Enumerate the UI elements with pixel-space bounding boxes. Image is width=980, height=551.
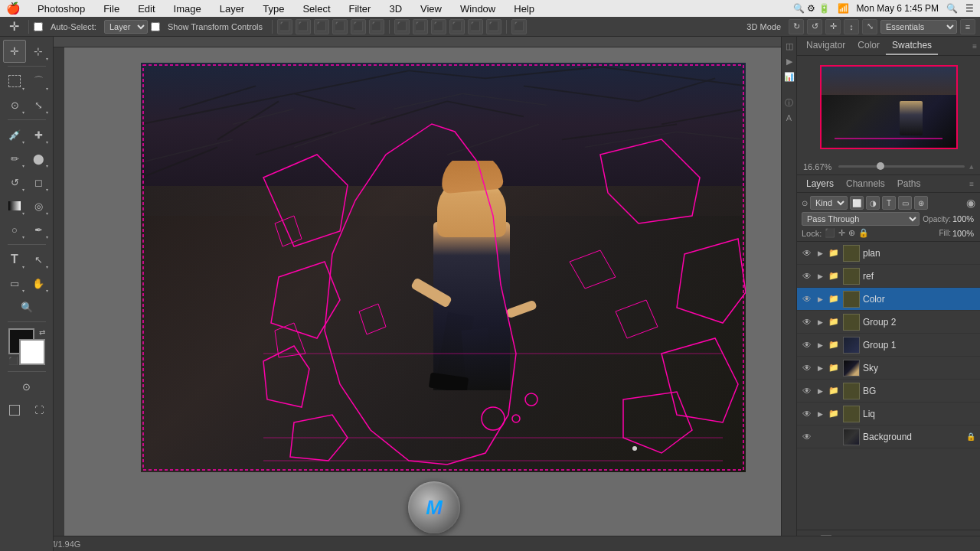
lock-artboard[interactable]: ⊕ xyxy=(848,228,855,238)
switch-colors-icon[interactable]: ⇄ xyxy=(39,328,45,337)
zoom-thumb[interactable] xyxy=(877,162,884,170)
tab-layers[interactable]: Layers xyxy=(800,175,840,192)
filter-pixel-icon[interactable]: ⬜ xyxy=(850,196,864,210)
strip-navigator-icon[interactable]: ◫ xyxy=(783,40,795,52)
3d-rotate[interactable]: ↻ xyxy=(789,19,804,34)
path-select-tool[interactable]: ↖ ▾ xyxy=(27,248,50,271)
layer-vis-plan[interactable]: 👁 xyxy=(802,248,812,259)
align-left[interactable]: ⬛ xyxy=(277,19,292,34)
layer-vis-bg[interactable]: 👁 xyxy=(802,386,812,396)
quick-select-tool[interactable]: ⊙ ▾ xyxy=(3,93,26,116)
layer-expand-group1[interactable]: ▶ xyxy=(815,341,825,350)
3d-pan[interactable]: ✛ xyxy=(825,19,841,34)
lasso-tool[interactable]: ⌒ ▾ xyxy=(27,70,50,93)
distribute-1[interactable]: ⬛ xyxy=(394,19,410,34)
screen-mode-full[interactable]: ⛶ xyxy=(28,399,51,422)
dodge-tool[interactable]: ○ ▾ xyxy=(3,218,26,241)
3d-roll[interactable]: ↺ xyxy=(807,19,822,34)
menu-3d[interactable]: 3D xyxy=(384,3,407,15)
blend-mode-select[interactable]: Pass Through Normal Multiply Screen xyxy=(802,212,920,226)
workspace-select[interactable]: Essentials xyxy=(880,20,957,34)
layer-liq[interactable]: 👁 ▶ 📁 Liq xyxy=(797,403,980,425)
layer-background[interactable]: 👁 ▶ Background 🔒 xyxy=(797,425,980,448)
layer-expand-sky[interactable]: ▶ xyxy=(815,364,825,373)
tab-navigator[interactable]: Navigator xyxy=(800,37,851,55)
menu-layer[interactable]: Layer xyxy=(215,3,250,15)
align-top[interactable]: ⬛ xyxy=(332,19,348,34)
zoom-slider[interactable] xyxy=(838,165,965,168)
menu-image[interactable]: Image xyxy=(169,3,206,15)
move-tool[interactable]: ✛ xyxy=(3,40,26,63)
strip-play-icon[interactable]: ▶ xyxy=(783,55,795,67)
layer-vis-group1[interactable]: 👁 xyxy=(802,340,812,350)
app-name[interactable]: Photoshop xyxy=(33,3,90,15)
layer-group2[interactable]: 👁 ▶ 📁 Group 2 xyxy=(797,311,980,334)
strip-char-icon[interactable]: A xyxy=(783,112,795,124)
auto-select-checkbox[interactable] xyxy=(34,22,43,31)
align-bottom[interactable]: ⬛ xyxy=(369,19,384,34)
arrange[interactable]: ⬛ xyxy=(511,19,527,34)
fill-value[interactable]: 100% xyxy=(952,229,975,238)
quick-mask-tool[interactable]: ⊙ xyxy=(15,375,38,398)
crop-tool[interactable]: ⤡ ▾ xyxy=(27,93,50,116)
layer-sky[interactable]: 👁 ▶ 📁 Sky xyxy=(797,357,980,380)
3d-slide[interactable]: ↕ xyxy=(844,19,859,34)
lock-all[interactable]: 🔒 xyxy=(858,228,869,238)
panel-collapse-btn[interactable]: ≡ xyxy=(972,42,977,51)
layer-expand-ref[interactable]: ▶ xyxy=(815,272,825,281)
clone-tool[interactable]: ⬤ ▾ xyxy=(27,147,50,170)
brush-tool[interactable]: ✏ ▾ xyxy=(3,147,26,170)
menu-help[interactable]: Help xyxy=(509,3,539,15)
menu-filter[interactable]: Filter xyxy=(345,3,376,15)
layer-vis-group2[interactable]: 👁 xyxy=(802,317,812,328)
filter-adjustment-icon[interactable]: ◑ xyxy=(866,196,880,210)
filter-toggle[interactable]: ◉ xyxy=(966,197,975,209)
layer-vis-background[interactable]: 👁 xyxy=(802,432,812,442)
workspace-btn[interactable]: ≡ xyxy=(960,19,975,34)
layer-vis-liq[interactable]: 👁 xyxy=(802,409,812,419)
apple-menu[interactable]: 🍎 xyxy=(6,2,21,15)
distribute-4[interactable]: ⬛ xyxy=(449,19,465,34)
background-color[interactable] xyxy=(19,339,45,365)
lock-position[interactable]: ✛ xyxy=(838,228,845,238)
filter-type-icon[interactable]: T xyxy=(882,196,896,210)
align-center-h[interactable]: ⬛ xyxy=(296,19,311,34)
layer-group1[interactable]: 👁 ▶ 📁 Group 1 xyxy=(797,334,980,357)
3d-scale[interactable]: ⤡ xyxy=(862,19,877,34)
filter-shape-icon[interactable]: ▭ xyxy=(898,196,912,210)
menu-edit[interactable]: Edit xyxy=(133,3,159,15)
tab-swatches[interactable]: Swatches xyxy=(886,37,938,55)
layers-panel-menu[interactable]: ≡ xyxy=(966,180,977,188)
lock-pixel[interactable]: ⬛ xyxy=(825,228,835,238)
zoom-tool[interactable]: 🔍 xyxy=(15,295,38,318)
tab-paths[interactable]: Paths xyxy=(891,175,927,192)
layer-vis-color[interactable]: 👁 xyxy=(802,294,812,305)
eraser-tool[interactable]: ◻ ▾ xyxy=(27,171,50,194)
marquee-tool[interactable]: ▾ xyxy=(3,70,26,93)
strip-histogram-icon[interactable]: 📊 xyxy=(783,70,795,83)
layer-filter-type[interactable]: Kind xyxy=(810,196,848,210)
layer-expand-plan[interactable]: ▶ xyxy=(815,249,825,258)
menu-type[interactable]: Type xyxy=(258,3,289,15)
blur-tool[interactable]: ◎ ▾ xyxy=(27,194,50,217)
distribute-2[interactable]: ⬛ xyxy=(413,19,428,34)
layer-expand-liq[interactable]: ▶ xyxy=(815,409,825,419)
layer-vis-ref[interactable]: 👁 xyxy=(802,271,812,282)
artboard-tool[interactable]: ⊹ ▾ xyxy=(27,40,50,63)
show-transform-checkbox[interactable] xyxy=(151,22,160,31)
spotlight-icon[interactable]: 🔍 xyxy=(946,3,958,14)
layer-expand-color[interactable]: ▶ xyxy=(815,295,825,304)
eyedropper-tool[interactable]: 💉 ▾ xyxy=(3,123,26,146)
gradient-tool[interactable]: ▾ xyxy=(3,194,26,217)
layer-expand-group2[interactable]: ▶ xyxy=(815,318,825,327)
history-brush-tool[interactable]: ↺ ▾ xyxy=(3,171,26,194)
layer-expand-bg[interactable]: ▶ xyxy=(815,386,825,396)
align-right[interactable]: ⬛ xyxy=(314,19,329,34)
distribute-5[interactable]: ⬛ xyxy=(468,19,483,34)
shape-tool[interactable]: ▭ ▾ xyxy=(3,272,26,295)
filter-smart-icon[interactable]: ⊛ xyxy=(914,196,928,210)
layer-bg[interactable]: 👁 ▶ 📁 BG xyxy=(797,380,980,403)
text-tool[interactable]: T ▾ xyxy=(3,248,26,271)
menu-view[interactable]: View xyxy=(416,3,446,15)
align-middle-v[interactable]: ⬛ xyxy=(351,19,366,34)
